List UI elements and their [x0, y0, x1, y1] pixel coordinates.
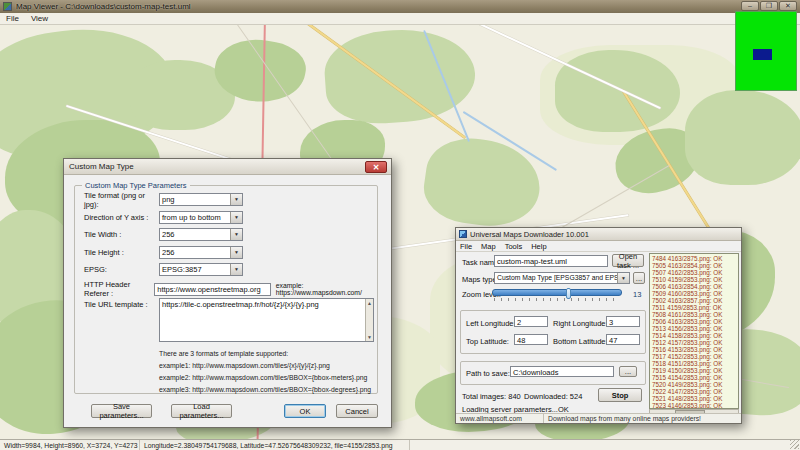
template-example: example1: http://www.mapsdown.com/tiles/…: [159, 362, 384, 369]
maps-type-value: Custom Map Type [EPSG3857 and EPSG4326 s…: [497, 274, 630, 281]
log-line: 7484 4163/2875.png: OK: [652, 255, 736, 262]
scrollbar[interactable]: ▲▼: [365, 299, 373, 341]
top-latitude-input[interactable]: 48: [514, 334, 548, 345]
cancel-button[interactable]: Cancel: [336, 404, 378, 418]
log-line: 7520 4149/2853.png: OK: [652, 381, 736, 388]
stop-button[interactable]: Stop: [598, 388, 642, 402]
universal-maps-downloader-dialog: Universal Maps Downloader 10.001 FileMap…: [455, 227, 742, 424]
map-forest-patch: [685, 90, 800, 185]
save-parameters-button[interactable]: Save parameters...: [91, 404, 152, 418]
chevron-down-icon[interactable]: ▼: [617, 273, 629, 283]
chevron-down-icon[interactable]: ▼: [230, 247, 242, 258]
log-line: 7516 4153/2853.png: OK: [652, 346, 736, 353]
referer-example: example: https://www.mapsdown.com/: [276, 282, 384, 296]
template-example: example2: http://www.mapsdown.com/tiles/…: [159, 374, 384, 381]
path-browse-button[interactable]: ...: [619, 366, 637, 377]
bottom-latitude-label: Bottom Latitude:: [553, 337, 608, 346]
left-longitude-input[interactable]: 2: [514, 316, 548, 327]
bottom-latitude-input[interactable]: 47: [606, 334, 640, 345]
custom-dialog-title: Custom Map Type: [69, 162, 134, 171]
load-parameters-button[interactable]: Load parameters...: [171, 404, 232, 418]
field-combobox[interactable]: from up to bottom ▼: [159, 211, 243, 224]
umd-statusbar-tagline: Download maps from many online maps prov…: [544, 414, 741, 423]
umd-menu-item[interactable]: File: [460, 242, 472, 251]
maximize-button[interactable]: ❐: [760, 1, 778, 11]
log-line: 7505 4163/2854.png: OK: [652, 262, 736, 269]
template-example: example3: http://www.mapsdown.com/tiles/…: [159, 386, 384, 393]
template-value: https://tile-c.openstreetmap.fr/hot/{z}/…: [162, 300, 319, 309]
scroll-down-icon[interactable]: ▼: [366, 333, 373, 341]
field-label: Direction of Y axis :: [84, 213, 159, 222]
group-title: Custom Map Type Parameters: [82, 181, 190, 190]
zoom-level-value: 13: [633, 290, 641, 299]
combobox-value: EPSG:3857: [162, 265, 202, 274]
left-longitude-label: Left Longitude:: [466, 319, 516, 328]
ok-button[interactable]: OK: [284, 404, 326, 418]
minimize-button[interactable]: –: [741, 1, 759, 11]
path-to-save-label: Path to save:: [466, 369, 510, 378]
custom-dialog-titlebar[interactable]: Custom Map Type ✕: [64, 159, 391, 175]
log-line: 7513 4156/2853.png: OK: [652, 325, 736, 332]
scroll-up-icon[interactable]: ▲: [366, 299, 373, 307]
field-label: EPSG:: [84, 265, 159, 274]
statusbar-coordinates: Longitude=2.38049754179688, Latitude=47.…: [140, 440, 410, 450]
main-menubar: FileView: [0, 13, 800, 25]
log-line: 7517 4152/2853.png: OK: [652, 353, 736, 360]
maps-type-browse-button[interactable]: ...: [633, 272, 645, 284]
referer-input[interactable]: https://www.openstreetmap.org: [154, 283, 271, 296]
log-line: 7508 4161/2853.png: OK: [652, 311, 736, 318]
menu-item[interactable]: View: [31, 14, 48, 23]
path-to-save-input[interactable]: C:\downloads: [510, 366, 614, 377]
chevron-down-icon[interactable]: ▼: [230, 194, 242, 205]
main-titlebar[interactable]: Map Viewer - C:\downloads\custom-map-tes…: [0, 0, 800, 13]
overview-minimap[interactable]: [735, 11, 797, 91]
close-icon[interactable]: ✕: [365, 161, 387, 173]
template-textarea[interactable]: https://tile-c.openstreetmap.fr/hot/{z}/…: [159, 298, 374, 342]
close-button[interactable]: ✕: [779, 1, 797, 11]
chevron-down-icon[interactable]: ▼: [230, 264, 242, 275]
top-latitude-label: Top Latitude:: [466, 337, 509, 346]
custom-map-type-dialog: Custom Map Type ✕ Custom Map Type Parame…: [63, 158, 392, 428]
chevron-down-icon[interactable]: ▼: [230, 212, 242, 223]
umd-menu-item[interactable]: Map: [481, 242, 496, 251]
window-title: Map Viewer - C:\downloads\custom-map-tes…: [16, 2, 191, 11]
umd-statusbar: www.allmapsoft.com Download maps from ma…: [456, 413, 741, 423]
combobox-value: from up to bottom: [162, 213, 221, 222]
right-longitude-input[interactable]: 3: [606, 316, 640, 327]
zoom-slider[interactable]: [492, 289, 622, 296]
umd-menu-item[interactable]: Tools: [505, 242, 523, 251]
log-line: 7521 4148/2853.png: OK: [652, 395, 736, 402]
task-name-input[interactable]: custom-map-test.uml: [494, 255, 608, 267]
minimap-selection-rect[interactable]: [753, 49, 772, 60]
log-line: 7510 4159/2853.png: OK: [652, 276, 736, 283]
field-combobox[interactable]: png ▼: [159, 193, 243, 206]
referer-label: HTTP Header Referer :: [84, 280, 154, 298]
umd-title: Universal Maps Downloader 10.001: [470, 230, 589, 239]
resize-grip[interactable]: [790, 440, 799, 449]
log-line: 7515 4154/2853.png: OK: [652, 374, 736, 381]
log-line: 7518 4151/2853.png: OK: [652, 360, 736, 367]
template-label: Tile URL template :: [84, 298, 159, 342]
field-label: Tile format (png or jpg):: [84, 191, 159, 209]
field-combobox[interactable]: 256 ▼: [159, 228, 243, 241]
umd-titlebar[interactable]: Universal Maps Downloader 10.001: [456, 228, 741, 241]
combobox-value: 256: [162, 248, 175, 257]
field-combobox[interactable]: 256 ▼: [159, 246, 243, 259]
log-line: 7506 4163/2854.png: OK: [652, 283, 736, 290]
field-combobox[interactable]: EPSG:3857 ▼: [159, 263, 243, 276]
log-line: 7506 4163/2853.png: OK: [652, 318, 736, 325]
menu-item[interactable]: File: [6, 14, 19, 23]
map-forest-patch: [420, 132, 546, 232]
total-images-label: Total images: 840: [462, 392, 521, 401]
log-line: 7514 4158/2853.png: OK: [652, 332, 736, 339]
right-longitude-label: Right Longitude:: [553, 319, 608, 328]
download-log-list[interactable]: 7484 4163/2875.png: OK7505 4163/2854.png…: [649, 253, 739, 409]
chevron-down-icon[interactable]: ▼: [230, 229, 242, 240]
map-viewer-window: Map Viewer - C:\downloads\custom-map-tes…: [0, 0, 800, 450]
log-line: 7502 4163/2857.png: OK: [652, 297, 736, 304]
umd-menu-item[interactable]: Help: [531, 242, 546, 251]
combobox-value: 256: [162, 230, 175, 239]
open-task-button[interactable]: Open task ...: [612, 254, 644, 267]
umd-app-icon: [459, 230, 467, 238]
maps-type-combobox[interactable]: Custom Map Type [EPSG3857 and EPSG4326 s…: [494, 272, 630, 284]
